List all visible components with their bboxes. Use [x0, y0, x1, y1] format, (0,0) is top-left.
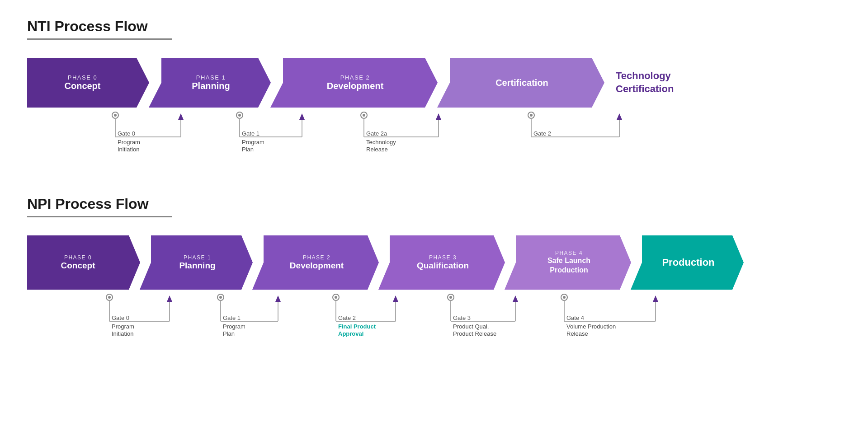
- npi-phase4-name: Safe LaunchProduction: [547, 256, 590, 275]
- nti-gate2a-label: Gate 2a: [366, 130, 387, 137]
- npi-gate3-arrowhead: [513, 296, 518, 302]
- nti-gate1-sublabel2: Plan: [242, 146, 254, 153]
- nti-gate0-sublabel1: Program: [118, 139, 140, 145]
- nti-gate0-dot: [114, 114, 117, 117]
- npi-gate1-sub2: Plan: [223, 330, 235, 337]
- npi-gate3-dot: [449, 296, 452, 299]
- npi-phase4-text: PHASE 4 Safe LaunchProduction: [547, 250, 590, 275]
- npi-phase1-name: Planning: [179, 261, 215, 271]
- nti-gate2a-arrowhead: [436, 113, 441, 120]
- npi-gate1-label: Gate 1: [223, 314, 241, 321]
- npi-phase1: PHASE 1 Planning: [140, 235, 253, 290]
- nti-title-underline: [27, 38, 172, 40]
- nti-phase0-text: PHASE 0 Concept: [65, 74, 101, 91]
- npi-phase3-name: Qualification: [417, 261, 469, 271]
- nti-gate2a-dot: [363, 114, 365, 117]
- npi-gate1-arrowhead: [275, 296, 281, 302]
- npi-section: NPI Process Flow PHASE 0 Concept PHASE 1…: [27, 196, 841, 351]
- npi-title: NPI Process Flow: [27, 196, 841, 212]
- npi-gate2-arrowhead: [393, 296, 398, 302]
- npi-gate2-label: Gate 2: [338, 314, 356, 321]
- npi-phase0-label: PHASE 0: [61, 254, 95, 261]
- nti-tech-cert-label: Technology Certification: [616, 70, 674, 95]
- nti-gate0-label-text: Gate 0: [118, 130, 135, 137]
- nti-phase2-text: PHASE 2 Development: [327, 74, 384, 91]
- nti-gate1-sublabel1: Program: [242, 139, 264, 145]
- nti-phase2: PHASE 2 Development: [270, 58, 438, 108]
- npi-phase3-text: PHASE 3 Qualification: [417, 254, 469, 271]
- npi-phase2-label: PHASE 2: [290, 254, 344, 261]
- npi-phase3-label: PHASE 3: [417, 254, 469, 261]
- npi-phase3: PHASE 3 Qualification: [378, 235, 505, 290]
- npi-phase0-text: PHASE 0 Concept: [61, 254, 95, 271]
- npi-gate3-sub2: Product Release: [453, 330, 496, 337]
- nti-phase1-name: Planning: [192, 81, 230, 91]
- nti-gate0-sublabel2: Initiation: [118, 146, 139, 153]
- npi-gate4-sub2: Release: [566, 330, 588, 337]
- nti-gate1-dot: [238, 114, 241, 117]
- npi-gate2-sub1: Final Product: [338, 323, 376, 330]
- nti-gate2-arrowhead: [617, 113, 622, 120]
- npi-phase4: PHASE 4 Safe LaunchProduction: [505, 235, 631, 290]
- npi-gate1-dot: [219, 296, 222, 299]
- nti-tech-cert-line2: Certification: [616, 83, 674, 94]
- npi-production-text: Production: [662, 257, 714, 268]
- npi-gate4-arrowhead: [653, 296, 658, 302]
- npi-phase0-name: Concept: [61, 261, 95, 271]
- npi-gate3-label: Gate 3: [453, 314, 471, 321]
- npi-production-name: Production: [662, 257, 714, 268]
- nti-gate0-arrowhead: [178, 113, 184, 120]
- nti-phase1-text: PHASE 1 Planning: [192, 74, 230, 91]
- nti-phase0-label: PHASE 0: [65, 74, 101, 81]
- npi-phase1-label: PHASE 1: [179, 254, 215, 261]
- nti-gate2a-sublabel2: Release: [366, 146, 388, 153]
- npi-connectors-svg: Gate 0 Program Initiation Gate 1 Program…: [27, 292, 796, 351]
- nti-phase2-label: PHASE 2: [327, 74, 384, 81]
- npi-phase2-name: Development: [290, 261, 344, 271]
- npi-phase0: PHASE 0 Concept: [27, 235, 140, 290]
- nti-phase2-name: Development: [327, 81, 384, 91]
- npi-gate1-sub1: Program: [223, 323, 245, 330]
- nti-phase0-name: Concept: [65, 81, 101, 91]
- npi-title-underline: [27, 216, 172, 217]
- npi-gate4-label: Gate 4: [566, 314, 584, 321]
- nti-cert-name: Certification: [495, 78, 548, 88]
- npi-phase2-text: PHASE 2 Development: [290, 254, 344, 271]
- npi-gate0-dot: [108, 296, 111, 299]
- nti-gate1-label: Gate 1: [242, 130, 259, 137]
- nti-gate1-arrowhead: [299, 113, 305, 120]
- nti-phase1-label: PHASE 1: [192, 74, 230, 81]
- npi-gate3-sub1: Product Qual,: [453, 323, 489, 330]
- nti-cert-text: Certification: [495, 78, 548, 88]
- nti-section: NTI Process Flow PHASE 0 Concept PHASE 1…: [27, 18, 841, 164]
- nti-tech-cert-line1: Technology: [616, 70, 671, 81]
- npi-gate0-sub2: Initiation: [112, 330, 133, 337]
- nti-connectors-svg: Gate 0 Program Initiation Gate 1 Program…: [27, 110, 796, 164]
- npi-gate0-label: Gate 0: [112, 314, 129, 321]
- npi-gate0-sub1: Program: [112, 323, 134, 330]
- nti-title: NTI Process Flow: [27, 18, 841, 35]
- npi-phase4-label: PHASE 4: [547, 250, 590, 256]
- npi-phase1-text: PHASE 1 Planning: [179, 254, 215, 271]
- nti-gate2-dot: [530, 114, 533, 117]
- npi-gate0-arrowhead: [167, 296, 172, 302]
- npi-phase2: PHASE 2 Development: [252, 235, 379, 290]
- npi-production: Production: [631, 235, 744, 290]
- npi-gate4-dot: [563, 296, 566, 299]
- nti-cert: Certification: [437, 58, 604, 108]
- nti-phase1: PHASE 1 Planning: [149, 58, 271, 108]
- nti-phase0: PHASE 0 Concept: [27, 58, 149, 108]
- nti-gate2-label: Gate 2: [533, 130, 551, 137]
- nti-gate2a-sublabel1: Technology: [366, 139, 396, 145]
- npi-gate4-sub1: Volume Production: [566, 323, 616, 330]
- npi-gate2-dot: [335, 296, 337, 299]
- npi-gate2-sub2: Approval: [338, 330, 363, 337]
